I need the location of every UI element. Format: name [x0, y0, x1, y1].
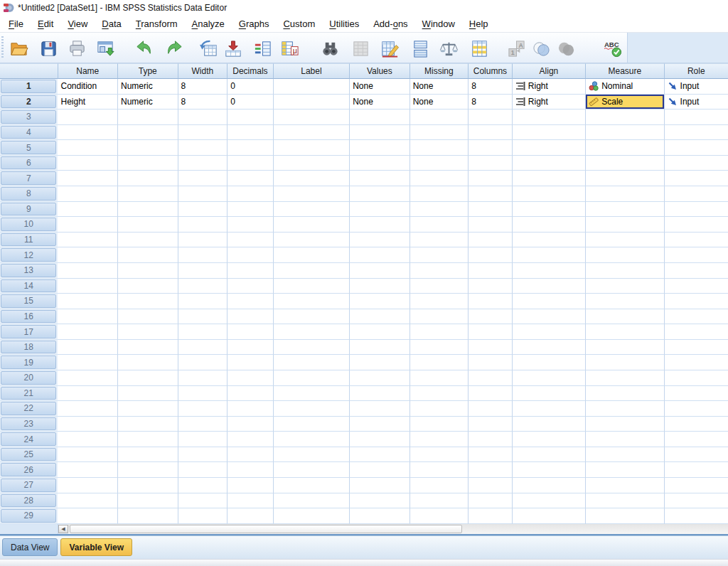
row-header-5[interactable]: 5	[0, 140, 58, 156]
menu-view[interactable]: View	[60, 16, 95, 31]
grid-cell[interactable]	[586, 417, 664, 432]
menu-help[interactable]: Help	[462, 16, 496, 31]
grid-cell[interactable]	[665, 217, 728, 233]
grid-cell[interactable]	[410, 125, 469, 141]
cell-align-1[interactable]: Right	[513, 79, 586, 95]
grid-cell[interactable]	[350, 171, 410, 186]
cell-decimals-2[interactable]: 0	[228, 95, 274, 110]
grid-cell[interactable]	[274, 110, 350, 125]
grid-cell[interactable]	[274, 432, 350, 447]
grid-cell[interactable]	[118, 508, 178, 524]
grid-cell[interactable]	[178, 140, 228, 156]
find-icon[interactable]	[318, 37, 341, 60]
grid-cell[interactable]	[410, 279, 469, 294]
grid-cell[interactable]	[350, 508, 410, 524]
grid-cell[interactable]	[350, 263, 410, 279]
grid-cell[interactable]	[586, 370, 664, 386]
run-descriptives-icon[interactable]: μ	[278, 37, 301, 60]
grid-cell[interactable]	[350, 294, 410, 309]
grid-cell[interactable]	[586, 110, 664, 125]
grid-cell[interactable]	[665, 340, 728, 356]
grid-cell[interactable]	[410, 432, 469, 447]
row-header-1[interactable]: 1	[0, 79, 58, 95]
cell-columns-2[interactable]: 8	[469, 95, 513, 110]
grid-cell[interactable]	[58, 279, 118, 294]
grid-cell[interactable]	[274, 417, 350, 432]
grid-cell[interactable]	[178, 171, 228, 186]
grid-cell[interactable]	[513, 263, 586, 279]
undo-icon[interactable]	[132, 37, 155, 60]
column-header-type[interactable]: Type	[118, 63, 178, 79]
grid-cell[interactable]	[513, 386, 586, 402]
grid-cell[interactable]	[350, 324, 410, 340]
grid-cell[interactable]	[469, 217, 513, 233]
grid-cell[interactable]	[665, 294, 728, 309]
recall-dialogs-icon[interactable]	[94, 37, 117, 60]
row-header-18[interactable]: 18	[0, 340, 58, 356]
column-header-decimals[interactable]: Decimals	[228, 63, 274, 79]
grid-cell[interactable]	[274, 309, 350, 325]
cell-label-2[interactable]	[274, 95, 350, 110]
cell-values-1[interactable]: None	[350, 79, 410, 95]
grid-cell[interactable]	[469, 186, 513, 202]
grid-cell[interactable]	[118, 370, 178, 386]
row-header-16[interactable]: 16	[0, 309, 58, 325]
cell-values-2[interactable]: None	[350, 95, 410, 110]
menu-transform[interactable]: Transform	[129, 16, 185, 31]
grid-cell[interactable]	[58, 140, 118, 156]
grid-cell[interactable]	[350, 217, 410, 233]
save-icon[interactable]	[37, 37, 60, 60]
grid-cell[interactable]	[513, 324, 586, 340]
menu-add-ons[interactable]: Add-ons	[366, 16, 414, 31]
grid-cell[interactable]	[350, 279, 410, 294]
grid-cell[interactable]	[410, 202, 469, 218]
menu-analyze[interactable]: Analyze	[185, 16, 232, 31]
grid-cell[interactable]	[228, 324, 274, 340]
grid-cell[interactable]	[410, 156, 469, 171]
scrollbar-track[interactable]	[68, 524, 728, 534]
grid-cell[interactable]	[513, 202, 586, 218]
grid-cell[interactable]	[118, 171, 178, 186]
grid-cell[interactable]	[58, 417, 118, 432]
grid-cell[interactable]	[274, 171, 350, 186]
grid-cell[interactable]	[513, 140, 586, 156]
grid-cell[interactable]	[58, 447, 118, 463]
grid-cell[interactable]	[469, 478, 513, 493]
grid-cell[interactable]	[665, 279, 728, 294]
grid-cell[interactable]	[469, 156, 513, 171]
grid-cell[interactable]	[586, 386, 664, 402]
grid-cell[interactable]	[58, 462, 118, 478]
grid-cell[interactable]	[469, 125, 513, 141]
grid-cell[interactable]	[665, 309, 728, 325]
grid-cell[interactable]	[350, 233, 410, 248]
grid-cell[interactable]	[469, 447, 513, 463]
select-cases-icon[interactable]	[468, 37, 491, 60]
grid-cell[interactable]	[228, 125, 274, 141]
grid-cell[interactable]	[228, 171, 274, 186]
grid-cell[interactable]	[469, 233, 513, 248]
grid-cell[interactable]	[228, 508, 274, 524]
insert-variable-icon[interactable]	[378, 37, 401, 60]
grid-cell[interactable]	[178, 324, 228, 340]
grid-cell[interactable]	[513, 432, 586, 447]
menu-utilities[interactable]: Utilities	[322, 16, 366, 31]
grid-cell[interactable]	[350, 417, 410, 432]
grid-cell[interactable]	[178, 447, 228, 463]
grid-cell[interactable]	[178, 294, 228, 309]
grid-cell[interactable]	[586, 447, 664, 463]
grid-cell[interactable]	[58, 508, 118, 524]
grid-cell[interactable]	[410, 294, 469, 309]
row-header-7[interactable]: 7	[0, 171, 58, 186]
grid-cell[interactable]	[118, 386, 178, 402]
grid-cell[interactable]	[665, 324, 728, 340]
grid-cell[interactable]	[118, 432, 178, 447]
grid-cell[interactable]	[118, 156, 178, 171]
grid-cell[interactable]	[274, 447, 350, 463]
grid-cell[interactable]	[274, 140, 350, 156]
row-header-2[interactable]: 2	[0, 95, 58, 110]
grid-cell[interactable]	[178, 233, 228, 248]
grid-cell[interactable]	[350, 478, 410, 493]
grid-cell[interactable]	[228, 355, 274, 370]
grid-cell[interactable]	[665, 140, 728, 156]
grid-cell[interactable]	[178, 508, 228, 524]
